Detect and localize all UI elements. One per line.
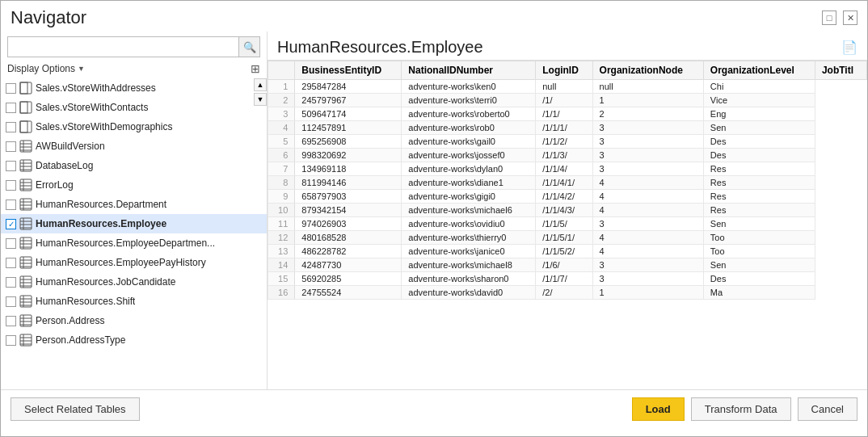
- transform-data-button[interactable]: Transform Data: [691, 397, 791, 421]
- table-cell: null: [536, 80, 592, 94]
- table-row: 10879342154adventure-works\michael6/1/1/…: [268, 204, 867, 217]
- table-cell: 658797903: [295, 190, 402, 204]
- table-cell: adventure-works\michael6: [402, 204, 536, 217]
- column-header: JobTitl: [815, 61, 866, 80]
- nav-item-label: ErrorLog: [36, 179, 74, 191]
- view-icon: [19, 120, 32, 133]
- scroll-up-button[interactable]: ▲: [254, 78, 267, 91]
- nav-item-label: Sales.vStoreWithAddresses: [36, 82, 156, 94]
- display-options-bar: Display Options ▼ ⊞: [1, 61, 267, 78]
- table-cell: Sen: [703, 258, 815, 272]
- table-cell: 1: [592, 94, 703, 107]
- nav-item[interactable]: ErrorLog: [1, 175, 267, 195]
- table-cell: Res: [703, 204, 815, 217]
- row-number: 11: [268, 217, 295, 231]
- load-button[interactable]: Load: [632, 397, 685, 421]
- table-cell: Chi: [703, 80, 815, 94]
- title-bar: Navigator □ ✕: [1, 1, 867, 32]
- table-cell: adventure-works\roberto0: [402, 107, 536, 121]
- nav-item-checkbox[interactable]: [6, 141, 16, 152]
- nav-item[interactable]: HumanResources.EmployeePayHistory: [1, 253, 267, 272]
- nav-item-checkbox[interactable]: [6, 238, 16, 249]
- nav-item-checkbox[interactable]: [6, 277, 16, 288]
- table-row: 2245797967adventure-works\terri0/1/1Vice: [268, 94, 867, 107]
- nav-item[interactable]: HumanResources.Department: [1, 195, 267, 214]
- table-cell: /1/: [536, 94, 592, 107]
- nav-item[interactable]: Sales.vStoreWithContacts: [1, 98, 267, 117]
- nav-item-checkbox[interactable]: [6, 122, 16, 132]
- nav-item-checkbox[interactable]: [6, 219, 16, 229]
- table-cell: adventure-works\michael8: [402, 258, 536, 272]
- row-number: 8: [268, 176, 295, 190]
- table-cell: 3: [592, 217, 703, 231]
- table-row: 12480168528adventure-works\thierry0/1/1/…: [268, 231, 867, 245]
- row-number: 10: [268, 204, 295, 217]
- view-icon: [19, 101, 32, 114]
- cancel-button[interactable]: Cancel: [798, 397, 857, 421]
- close-button[interactable]: ✕: [843, 11, 857, 25]
- table-cell: 3: [592, 121, 703, 135]
- table-cell: /1/1/5/1/: [536, 231, 592, 245]
- nav-item[interactable]: HumanResources.EmployeeDepartmen...: [1, 233, 267, 253]
- bottom-right: Load Transform Data Cancel: [632, 397, 857, 421]
- table-cell: Des: [703, 272, 815, 286]
- nav-item[interactable]: AWBuildVersion: [1, 137, 267, 156]
- nav-item-checkbox[interactable]: [6, 200, 16, 210]
- table-row: 5695256908adventure-works\gail0/1/1/2/3D…: [268, 135, 867, 149]
- display-options-button[interactable]: Display Options ▼: [7, 63, 85, 74]
- window-controls: □ ✕: [822, 11, 857, 25]
- row-num-header: [268, 61, 295, 80]
- nav-item[interactable]: Person.Address: [1, 311, 267, 330]
- table-row: 13486228782adventure-works\janice0/1/1/5…: [268, 245, 867, 258]
- nav-item[interactable]: Sales.vStoreWithDemographics: [1, 117, 267, 137]
- nav-item-checkbox[interactable]: [6, 103, 16, 113]
- nav-item[interactable]: HumanResources.Employee: [1, 214, 267, 233]
- table-cell: Too: [703, 245, 815, 258]
- table-row: 1442487730adventure-works\michael8/1/6/3…: [268, 258, 867, 272]
- table-icon: [19, 314, 32, 327]
- table-icon: [19, 237, 32, 250]
- table-cell: adventure-works\jossef0: [402, 149, 536, 162]
- nav-item[interactable]: DatabaseLog: [1, 156, 267, 175]
- table-cell: adventure-works\ken0: [402, 80, 536, 94]
- search-icon-button[interactable]: 🔍: [238, 37, 259, 57]
- nav-item-checkbox[interactable]: [6, 161, 16, 171]
- svg-rect-1: [20, 82, 27, 94]
- scroll-down-button[interactable]: ▼: [254, 93, 267, 106]
- table-cell: /1/1/: [536, 107, 592, 121]
- nav-item-checkbox[interactable]: [6, 335, 16, 346]
- nav-item[interactable]: Person.AddressType: [1, 330, 267, 350]
- nav-item[interactable]: HumanResources.Shift: [1, 292, 267, 311]
- data-table-container[interactable]: BusinessEntityIDNationalIDNumberLoginIDO…: [268, 60, 867, 389]
- nav-item-checkbox[interactable]: [6, 316, 16, 326]
- nav-item[interactable]: Sales.vStoreWithAddresses: [1, 78, 267, 98]
- table-cell: Sen: [703, 121, 815, 135]
- row-number: 3: [268, 107, 295, 121]
- table-icon: [19, 334, 32, 347]
- table-cell: 486228782: [295, 245, 402, 258]
- row-number: 1: [268, 80, 295, 94]
- row-number: 7: [268, 162, 295, 176]
- nav-item-checkbox[interactable]: [6, 296, 16, 307]
- table-cell: 998320692: [295, 149, 402, 162]
- right-panel: HumanResources.Employee 📄 BusinessEntity…: [268, 32, 867, 389]
- table-cell: 56920285: [295, 272, 402, 286]
- table-cell: /1/1/4/: [536, 162, 592, 176]
- select-related-button[interactable]: Select Related Tables: [11, 397, 140, 421]
- nav-item[interactable]: HumanResources.JobCandidate: [1, 272, 267, 292]
- search-input[interactable]: [8, 37, 238, 57]
- table-cell: /1/1/4/2/: [536, 190, 592, 204]
- minimize-button[interactable]: □: [822, 11, 836, 25]
- table-icon: [19, 198, 32, 211]
- svg-rect-4: [20, 121, 32, 132]
- table-icon: [19, 217, 32, 230]
- nav-list-icon-button[interactable]: ⊞: [251, 62, 260, 75]
- table-row: 7134969118adventure-works\dylan0/1/1/4/3…: [268, 162, 867, 176]
- nav-item-checkbox[interactable]: [6, 83, 16, 94]
- nav-item-checkbox[interactable]: [6, 180, 16, 191]
- preview-icon-button[interactable]: 📄: [841, 40, 857, 55]
- nav-item-checkbox[interactable]: [6, 258, 16, 268]
- table-cell: Res: [703, 176, 815, 190]
- table-icon: [19, 256, 32, 269]
- nav-list-container[interactable]: ▲ ▼ Sales.vStoreWithAddresses Sales.vSto…: [1, 78, 267, 389]
